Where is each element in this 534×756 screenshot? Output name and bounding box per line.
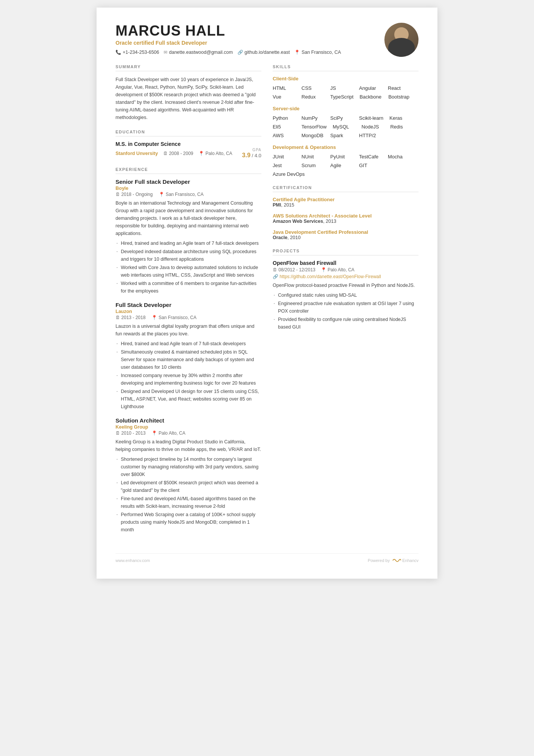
skill-redis: Redis: [390, 124, 413, 130]
projects-title: PROJECTS: [273, 249, 418, 255]
company-1: Boyle: [116, 186, 261, 191]
bullet-item: Developed indexed database architecture …: [116, 248, 261, 263]
skill-eli5: Eli5: [273, 124, 295, 130]
project-bullets-1: Configured static rules using MD-SAL Eng…: [273, 291, 418, 331]
skill-keras: Keras: [389, 115, 412, 121]
cert-issuer-3: Oracle, 2010: [273, 235, 418, 240]
job-location-2: 📍 San Fransisco, CA: [151, 315, 196, 320]
skill-nodejs: NodeJS: [361, 124, 384, 130]
email-address: danette.eastwood@gmail.com: [169, 50, 233, 55]
client-side-label: Client-Side: [273, 76, 418, 81]
cert-name-1: Certified Agile Practitioner: [273, 197, 418, 202]
bullet-item: Simultaneously created & maintained sche…: [116, 348, 261, 371]
job-desc-3: Keeling Group is a leading Digital Produ…: [116, 438, 261, 453]
skill-jest: Jest: [273, 163, 295, 168]
right-column: SKILLS Client-Side HTML CSS JS Angular R…: [273, 64, 418, 542]
cert-2: AWS Solutions Architect - Associate Leve…: [273, 213, 418, 224]
job-bullets-2: Hired, trained and lead Agile team of 7 …: [116, 340, 261, 410]
candidate-name: MARCUS HALL: [116, 23, 341, 39]
bullet-item: Led development of $500K research projec…: [116, 479, 261, 494]
gpa-box: GPA 3.9 / 4.0: [242, 148, 261, 159]
skill-vue: Vue: [273, 94, 295, 100]
skill-pyunit: PyUnit: [330, 154, 353, 160]
candidate-title: Oracle certified Full stack Developer: [116, 40, 341, 46]
phone-icon: 📞: [116, 50, 121, 55]
job-location-3: 📍 Palo Alto, CA: [151, 430, 185, 436]
gpa-value: 3.9 / 4.0: [242, 152, 261, 159]
summary-title: SUMMARY: [116, 64, 261, 71]
experience-job-1: Senior Full stack Developer Boyle 🗓 2018…: [116, 178, 261, 295]
summary-text: Full Stack Developer with over 10 years …: [116, 76, 261, 121]
job-years-1: 🗓 2018 - Ongoing: [116, 192, 153, 197]
skill-spark: Spark: [330, 133, 353, 138]
page-footer: www.enhancv.com Powered by Enhancv: [116, 553, 418, 563]
location-edu-icon: 📍: [198, 151, 204, 156]
bullet-item: Engineered proactive rule evaluation sys…: [273, 300, 418, 315]
location-text: San Fransisco, CA: [301, 50, 341, 55]
avatar-body: [388, 38, 415, 57]
skill-css: CSS: [301, 85, 324, 91]
project-link-1[interactable]: 🔗 https://github.com/danette.east/OpenFl…: [273, 274, 418, 279]
cert-3: Java Development Certified Professional …: [273, 229, 418, 240]
skill-angular: Angular: [359, 85, 382, 91]
phone-contact: 📞 +1-234-253-6506: [116, 50, 159, 55]
github-icon: 🔗: [237, 50, 243, 55]
skill-mysql: MySQL: [333, 124, 355, 130]
skill-git: GIT: [359, 163, 382, 168]
company-3: Keeling Group: [116, 424, 261, 430]
cert-name-2: AWS Solutions Architect - Associate Leve…: [273, 213, 418, 219]
server-side-label: Server-side: [273, 106, 418, 111]
skill-testcafe: TestCafe: [359, 154, 382, 160]
skill-mocha: Mocha: [388, 154, 411, 160]
footer-website: www.enhancv.com: [116, 558, 150, 563]
job-meta-1: 🗓 2018 - Ongoing 📍 San Fransisco, CA: [116, 192, 261, 197]
devops-label: Development & Operations: [273, 144, 418, 150]
github-contact: 🔗 github.io/danette.east: [237, 50, 290, 55]
project-desc-1: OpenFlow protocol-based proactive Firewa…: [273, 282, 418, 289]
enhancv-logo: Enhancv: [392, 557, 418, 563]
bullet-item: Shortened project timeline by 14 months …: [116, 455, 261, 478]
skill-scikit: Scikit-learn: [359, 115, 383, 121]
skill-scrum: Scrum: [301, 163, 324, 168]
email-contact: ✉ danette.eastwood@gmail.com: [164, 50, 233, 55]
company-2: Lauzon: [116, 309, 261, 314]
bullet-item: Configured static rules using MD-SAL: [273, 291, 418, 299]
job-meta-3: 🗓 2010 - 2013 📍 Palo Alto, CA: [116, 430, 261, 436]
gpa-max: / 4.0: [252, 153, 261, 158]
job-title-3: Solution Architect: [116, 417, 261, 424]
bullet-item: Worked with a committee of 6 members to …: [116, 280, 261, 295]
skill-junit: JUnit: [273, 154, 295, 160]
bullet-item: Fine-tuned and developed AI/ML-based alg…: [116, 495, 261, 510]
skill-typescript: TypeScript: [330, 94, 353, 100]
edu-years: 🗓 2008 - 2009: [163, 151, 193, 156]
certification-title: CERTIFICATION: [273, 185, 418, 192]
skill-tensorflow: TensorFlow: [301, 124, 326, 130]
job-desc-1: Boyle is an international Technology and…: [116, 199, 261, 237]
job-meta-2: 🗓 2013 - 2018 📍 San Fransisco, CA: [116, 315, 261, 320]
gpa-number: 3.9: [242, 152, 250, 158]
bullet-item: Worked with Core Java to develop automat…: [116, 264, 261, 279]
avatar: [384, 23, 418, 57]
bullet-item: Hired, trained and lead Agile team of 7 …: [116, 340, 261, 347]
experience-job-3: Solution Architect Keeling Group 🗓 2010 …: [116, 417, 261, 534]
job-bullets-1: Hired, trained and leading an Agile team…: [116, 239, 261, 295]
skill-azure-devops: Azure DevOps: [273, 171, 305, 177]
project-meta-1: 🗓 08/2012 - 12/2013 📍 Palo Alto, CA: [273, 267, 418, 272]
skill-http2: HTTP/2: [359, 133, 382, 138]
location-contact: 📍 San Fransisco, CA: [294, 50, 341, 55]
footer-branding: Powered by Enhancv: [368, 557, 418, 563]
github-url: github.io/danette.east: [245, 50, 290, 55]
phone-number: +1-234-253-6506: [123, 50, 159, 55]
cert-issuer-1: PMI, 2015: [273, 202, 418, 208]
client-side-grid: HTML CSS JS Angular React Vue Redux Type…: [273, 85, 418, 100]
edu-degree: M.S. in Computer Science: [116, 141, 261, 147]
skill-js: JS: [330, 85, 353, 91]
skill-nunit: NUnit: [301, 154, 324, 160]
client-side-skills: Client-Side HTML CSS JS Angular React Vu…: [273, 76, 418, 100]
skills-section: SKILLS Client-Side HTML CSS JS Angular R…: [273, 64, 418, 177]
bullet-item: Performed Web Scraping over a catalog of…: [116, 511, 261, 534]
skill-scipy: SciPy: [330, 115, 353, 121]
skill-bootstrap: Bootstrap: [388, 94, 411, 100]
skill-aws: AWS: [273, 133, 295, 138]
projects-section: PROJECTS OpenFlow based Firewall 🗓 08/20…: [273, 249, 418, 331]
